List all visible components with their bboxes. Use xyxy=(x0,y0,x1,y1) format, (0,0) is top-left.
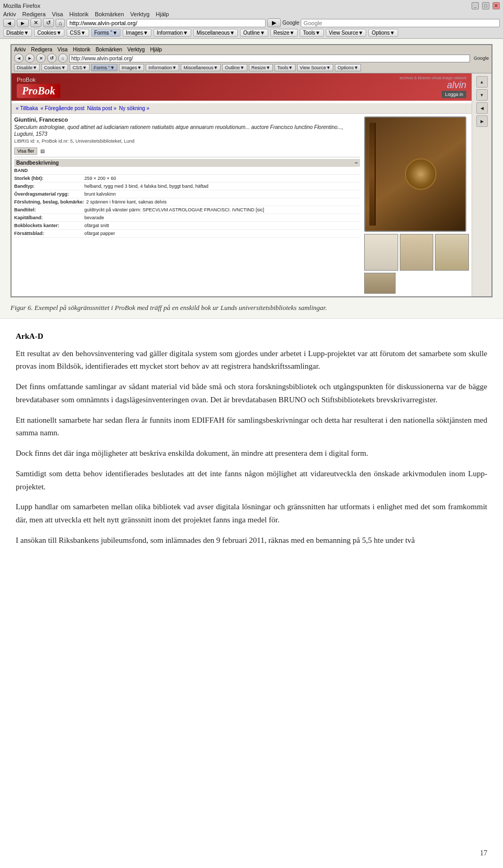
probok-header: ProBok ProBok archives & libraries virtu… xyxy=(12,73,472,101)
forward-button[interactable]: ► xyxy=(17,19,29,27)
menu-redigera[interactable]: Redigera xyxy=(22,11,46,17)
band-label-1: Storlek (hbt): xyxy=(14,176,82,181)
ss-menu-bokmarken: Bokmärken xyxy=(95,47,122,52)
logga-in-button[interactable]: Logga in xyxy=(442,91,466,98)
browser-chrome: Mozilla Firefox _ □ ✕ Arkiv Redigera Vis… xyxy=(0,0,503,39)
disable-button[interactable]: Disable▼ xyxy=(3,29,32,37)
menu-verktyg[interactable]: Verktyg xyxy=(130,11,150,17)
ss-resize: Resize▼ xyxy=(249,64,273,71)
band-value-5: guldtryckt på vänster pärm: SPECVLVM AST… xyxy=(84,207,264,212)
view-source-button[interactable]: View Source▼ xyxy=(326,29,367,37)
book-thumbs-bottom xyxy=(364,273,469,294)
article-para-2: Ett nationellt samarbete har sedan flera… xyxy=(16,414,487,440)
go-button[interactable]: ▶ xyxy=(267,18,281,27)
screenshot-body: ProBok ProBok archives & libraries virtu… xyxy=(12,73,491,296)
article-para-0: Ett resultat av den behovsinventering va… xyxy=(16,347,487,373)
ss-refresh: ↺ xyxy=(47,53,57,63)
band-label-4: Förslutning, beslag, bokmärke: xyxy=(14,199,84,205)
visa-icon: ▤ xyxy=(40,148,45,154)
ss-sidebar-btn-3[interactable]: ◀ xyxy=(476,102,488,114)
information-button[interactable]: Information▼ xyxy=(154,29,191,37)
menu-hjalp[interactable]: Hjälp xyxy=(156,11,169,17)
band-collapse-btn[interactable]: − xyxy=(355,160,358,166)
ny-sokning-link[interactable]: Ny sökning » xyxy=(119,105,149,111)
visa-fler-area: Visa fler ▤ xyxy=(14,146,360,155)
resize-button[interactable]: Resize▼ xyxy=(270,29,298,37)
menu-bokmarken[interactable]: Bokmärken xyxy=(95,11,124,17)
band-row-overdrag: Överdragsmaterial rygg: brunt kalvskinn xyxy=(14,191,360,198)
nasta-link[interactable]: Nästa post » xyxy=(87,105,116,111)
ss-menu-redigera: Redigera xyxy=(31,47,52,52)
screenshot-sidebar: ▲ ▼ ◀ ▶ xyxy=(472,73,491,296)
back-button[interactable]: ◄ xyxy=(3,19,15,27)
band-value-4: 2 spännen i främre kant, saknas delvis xyxy=(86,199,167,205)
visa-fler-button[interactable]: Visa fler xyxy=(14,147,37,155)
ss-sidebar-btn-4[interactable]: ▶ xyxy=(476,115,488,127)
outline-button[interactable]: Outline▼ xyxy=(240,29,268,37)
page-number: 17 xyxy=(480,849,487,858)
article-para-3: Dock finns det där inga möjligheter att … xyxy=(16,447,487,460)
section-heading: ArkA-D xyxy=(16,332,487,341)
article-para-5: Lupp handlar om samarbeten mellan olika … xyxy=(16,500,487,527)
probok-nav: « Tillbaka « Föregående post Nästa post … xyxy=(12,103,472,114)
ss-home: ⌂ xyxy=(58,53,68,63)
refresh-button[interactable]: ↺ xyxy=(43,18,54,27)
search-box[interactable] xyxy=(301,19,500,27)
band-value-8: ofärgat papper xyxy=(84,231,115,236)
cookies-button[interactable]: Cookies▼ xyxy=(34,29,64,37)
forms-button[interactable]: Forms "▼ xyxy=(91,29,121,37)
menu-visa[interactable]: Visa xyxy=(52,11,63,17)
band-label-5: Bandtitel: xyxy=(14,207,82,212)
band-row-kapital: Kapitälband: bevarade xyxy=(14,215,360,222)
ss-menu-arkiv: Arkiv xyxy=(14,47,26,52)
band-label-6: Kapitälband: xyxy=(14,215,82,220)
article-para-6: I ansökan till Riksbankens jubileumsfond… xyxy=(16,534,487,547)
band-row-bandtyp: Bandtyp: helband, rygg med 3 bind, 4 fal… xyxy=(14,184,360,190)
ss-sidebar-btn-1[interactable]: ▲ xyxy=(476,76,488,88)
alvin-area: archives & libraries virtual image netwo… xyxy=(400,76,466,98)
ss-address: http://www.alvin-portal.org/ xyxy=(69,55,470,62)
css-button[interactable]: CSS▼ xyxy=(67,29,89,37)
band-row-forsatts: Försättsblad: ofärgat papper xyxy=(14,231,360,238)
figure-container: Arkiv Redigera Visa Historik Bokmärken V… xyxy=(0,39,503,319)
menu-historik[interactable]: Historik xyxy=(69,11,89,17)
band-value-7: ofärgat snitt xyxy=(84,223,109,228)
ss-misc: Miscellaneous▼ xyxy=(181,64,221,71)
band-row-bandtitel: Bandtitel: guldtryckt på vänster pärm: S… xyxy=(14,207,360,214)
ss-menu-historik: Historik xyxy=(73,47,90,52)
screenshot-menubar: Arkiv Redigera Visa Historik Bokmärken V… xyxy=(14,47,489,52)
screenshot-browser: Arkiv Redigera Visa Historik Bokmärken V… xyxy=(10,44,493,297)
ss-viewsource: View Source▼ xyxy=(297,64,333,71)
band-section: Bandbeskrivning − BAND Storlek (hbt): 25… xyxy=(14,157,360,238)
address-bar[interactable] xyxy=(67,19,266,27)
home-button[interactable]: ⌂ xyxy=(56,19,65,27)
record-title-italic: Speculum astrologiae, quod attinet ad iu… xyxy=(14,124,360,137)
tools-button[interactable]: Tools▼ xyxy=(300,29,323,37)
ss-menu-verktyg: Verktyg xyxy=(127,47,145,52)
close-button[interactable]: ✕ xyxy=(493,2,500,9)
screenshot-chrome: Arkiv Redigera Visa Historik Bokmärken V… xyxy=(12,45,491,73)
images-button[interactable]: Images▼ xyxy=(123,29,151,37)
book-thumbnails xyxy=(364,234,469,271)
foregaende-link[interactable]: « Föregående post xyxy=(40,105,84,111)
tillbaka-link[interactable]: « Tillbaka xyxy=(16,105,38,111)
menu-bar: Arkiv Redigera Visa Historik Bokmärken V… xyxy=(3,11,500,17)
band-row-bokblock: Bokblockets kanter: ofärgat snitt xyxy=(14,223,360,230)
search-label: Google xyxy=(282,20,299,26)
book-spine xyxy=(369,123,376,226)
maximize-button[interactable]: □ xyxy=(482,2,489,9)
ss-sidebar-btn-2[interactable]: ▼ xyxy=(476,89,488,101)
menu-arkiv[interactable]: Arkiv xyxy=(3,11,16,17)
minimize-button[interactable]: _ xyxy=(472,2,479,9)
band-label-3: Överdragsmaterial rygg: xyxy=(14,191,82,197)
nav-row: ◄ ► ✕ ↺ ⌂ ▶ Google xyxy=(3,18,500,27)
band-value-1: 259 × 200 × 60 xyxy=(84,176,116,181)
toolbar-row: Disable▼ Cookies▼ CSS▼ Forms "▼ Images▼ … xyxy=(3,29,500,37)
stop-button[interactable]: ✕ xyxy=(30,18,41,27)
alvin-subtitle: archives & libraries virtual image netwo… xyxy=(400,76,466,80)
browser-titlebar: Mozilla Firefox _ □ ✕ xyxy=(3,2,500,9)
ss-menu-visa: Visa xyxy=(58,47,68,52)
miscellaneous-button[interactable]: Miscellaneous▼ xyxy=(193,29,238,37)
book-images xyxy=(364,116,469,294)
options-button[interactable]: Options▼ xyxy=(368,29,398,37)
